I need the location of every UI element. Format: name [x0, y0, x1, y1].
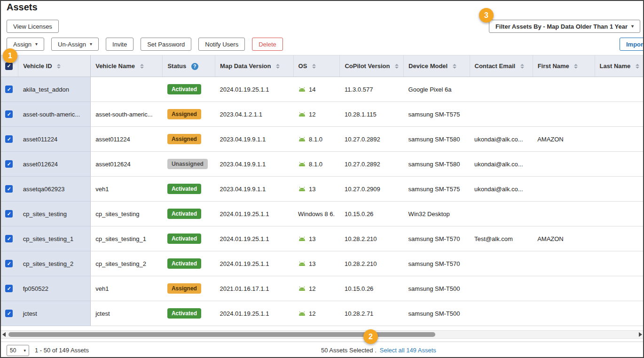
- row-checkbox[interactable]: ✓: [5, 160, 13, 168]
- filter-assets-button[interactable]: Filter Assets By - Map Data Older Than 1…: [489, 20, 640, 33]
- column-header-os[interactable]: OS: [293, 55, 340, 77]
- notify-users-button[interactable]: Notify Users: [198, 38, 245, 51]
- cell-vehicle-name: veh1: [91, 276, 163, 301]
- os-text: 12: [309, 285, 315, 292]
- cell-os: 12: [293, 301, 340, 326]
- table-row[interactable]: ✓ cp_sites_testing_1 cp_sites_testing_1 …: [0, 226, 644, 251]
- cell-first-name: [533, 177, 595, 202]
- column-header-map-data-version[interactable]: Map Data Version: [215, 55, 294, 77]
- cell-copilot-version: 10.28.2.210: [340, 226, 404, 251]
- sort-icon[interactable]: [574, 64, 578, 69]
- os-text: 12: [309, 310, 315, 317]
- column-header-contact-email[interactable]: Contact Email: [470, 55, 533, 77]
- row-checkbox[interactable]: ✓: [5, 260, 13, 267]
- cell-contact-email: [470, 276, 533, 301]
- row-checkbox[interactable]: ✓: [5, 210, 13, 218]
- row-checkbox[interactable]: ✓: [5, 86, 13, 93]
- cell-contact-email: ukondai@alk.co...: [470, 127, 533, 152]
- column-header-status[interactable]: Status ?: [163, 55, 215, 77]
- cell-vehicle-name: cp_sites_testing_1: [91, 226, 163, 251]
- cell-status: Assigned: [163, 102, 215, 127]
- set-password-button[interactable]: Set Password: [141, 38, 191, 51]
- cell-copilot-version: 10.28.2.210: [340, 251, 404, 276]
- row-checkbox[interactable]: ✓: [5, 310, 13, 317]
- status-badge: Activated: [167, 258, 201, 269]
- cell-status: Assigned: [163, 127, 215, 152]
- horizontal-scrollbar[interactable]: [0, 330, 644, 339]
- filter-label: Filter Assets By - Map Data Older Than 1…: [495, 23, 628, 30]
- import-label: Import: [626, 41, 644, 48]
- import-button[interactable]: Import: [620, 38, 644, 51]
- cell-map-data-version: 2024.01.19.25.1.1: [215, 77, 294, 102]
- cell-last-name: [595, 276, 644, 301]
- status-badge: Activated: [167, 233, 201, 244]
- table-row[interactable]: ✓ cp_sites_testing cp_sites_testing Acti…: [0, 202, 644, 226]
- row-checkbox[interactable]: ✓: [5, 185, 13, 193]
- column-label: Map Data Version: [220, 63, 271, 70]
- sort-icon[interactable]: [276, 64, 280, 69]
- table-row[interactable]: ✓ asset-south-americ... asset-south-amer…: [0, 102, 644, 127]
- sort-icon[interactable]: [312, 64, 316, 69]
- scroll-right-arrow-icon[interactable]: [636, 331, 644, 338]
- cell-os: 14: [293, 77, 340, 102]
- invite-label: Invite: [112, 41, 127, 48]
- os-text: 13: [309, 235, 315, 242]
- table-row[interactable]: ✓ akila_test_addon Activated 2024.01.19.…: [0, 77, 644, 102]
- row-checkbox[interactable]: ✓: [5, 235, 13, 242]
- cell-checkbox: ✓: [0, 301, 18, 326]
- row-checkbox[interactable]: ✓: [5, 285, 13, 292]
- column-header-vehicle-name[interactable]: Vehicle Name: [91, 55, 163, 77]
- delete-label: Delete: [259, 41, 276, 48]
- unassign-label: Un-Assign: [58, 41, 86, 48]
- cell-vehicle-id: asset011224: [18, 127, 91, 152]
- cell-status: Unassigned: [163, 152, 215, 177]
- page-size-select[interactable]: 50 ▾: [7, 345, 29, 356]
- row-checkbox[interactable]: ✓: [5, 135, 13, 143]
- table-row[interactable]: ✓ jctest jctest Activated 2024.01.19.25.…: [0, 301, 644, 326]
- row-checkbox[interactable]: ✓: [5, 110, 13, 118]
- os-value: 12: [298, 285, 335, 292]
- sort-icon[interactable]: [520, 64, 524, 69]
- view-licenses-button[interactable]: View Licenses: [7, 20, 59, 33]
- sort-icon[interactable]: [395, 64, 399, 69]
- table-row[interactable]: ✓ cp_sites_testing_2 cp_sites_testing_2 …: [0, 251, 644, 276]
- cell-vehicle-id: fp050522: [18, 276, 91, 301]
- column-header-copilot-version[interactable]: CoPilot Version: [340, 55, 404, 77]
- scrollbar-track[interactable]: [8, 331, 636, 338]
- status-badge: Unassigned: [167, 159, 208, 169]
- cell-vehicle-id: cp_sites_testing: [18, 202, 91, 226]
- table-row[interactable]: ✓ assetqa062923 veh1 Activated 2023.04.1…: [0, 177, 644, 202]
- column-header-first-name[interactable]: First Name: [533, 55, 595, 77]
- cell-last-name: [595, 77, 644, 102]
- invite-button[interactable]: Invite: [106, 38, 134, 51]
- os-value: 14: [298, 86, 335, 93]
- table-row[interactable]: ✓ asset011224 asset011224 Assigned 2023.…: [0, 127, 644, 152]
- table-row[interactable]: ✓ asset012624 asset012624 Unassigned 202…: [0, 152, 644, 177]
- cell-os: Windows 8 6.: [293, 202, 340, 226]
- column-header-vehicle-id[interactable]: Vehicle ID: [18, 55, 91, 77]
- cell-vehicle-id: asset-south-americ...: [18, 102, 91, 127]
- os-text: 8.1.0: [309, 161, 322, 168]
- cell-map-data-version: 2024.01.19.25.1.1: [215, 301, 294, 326]
- unassign-button[interactable]: Un-Assign ▾: [51, 38, 99, 51]
- help-icon[interactable]: ?: [191, 63, 198, 70]
- column-label: Last Name: [600, 63, 631, 70]
- cell-checkbox: ✓: [0, 177, 18, 202]
- column-label: Vehicle ID: [23, 63, 52, 70]
- column-header-device-model[interactable]: Device Model: [404, 55, 470, 77]
- cell-first-name: [533, 77, 595, 102]
- sort-icon[interactable]: [57, 64, 61, 69]
- column-header-last-name[interactable]: Last Name: [595, 55, 644, 77]
- select-all-checkbox[interactable]: ✓: [5, 62, 13, 70]
- sort-icon[interactable]: [636, 64, 639, 69]
- select-all-link[interactable]: Select all 149 Assets: [380, 347, 436, 354]
- scroll-left-arrow-icon[interactable]: [0, 331, 8, 338]
- delete-button[interactable]: Delete: [252, 38, 283, 51]
- cell-checkbox: ✓: [0, 127, 18, 152]
- sort-icon[interactable]: [453, 64, 456, 69]
- sort-icon[interactable]: [140, 64, 144, 69]
- table-row[interactable]: ✓ fp050522 veh1 Assigned 2021.01.16.17.1…: [0, 276, 644, 301]
- android-icon: [298, 87, 306, 92]
- cell-status: Activated: [163, 251, 215, 276]
- os-value: 8.1.0: [298, 161, 335, 168]
